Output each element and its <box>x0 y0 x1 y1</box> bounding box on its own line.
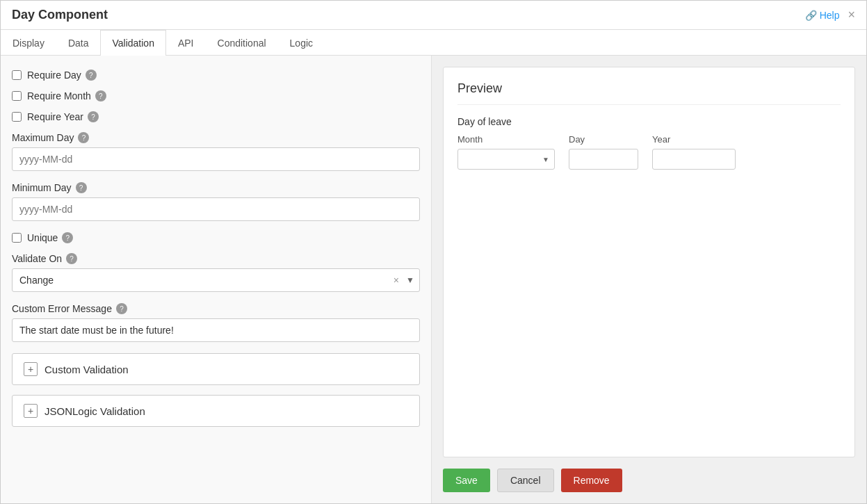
custom-validation-section: + Custom Validation <box>12 353 420 385</box>
modal-close-button[interactable]: × <box>848 8 855 29</box>
validate-on-help-icon[interactable]: ? <box>66 253 77 264</box>
validate-on-clear-icon[interactable]: × <box>394 275 399 286</box>
custom-error-label-row: Custom Error Message ? <box>12 303 420 314</box>
require-month-checkbox[interactable] <box>12 91 22 101</box>
maximum-day-label-row: Maximum Day ? <box>12 132 420 143</box>
tab-logic[interactable]: Logic <box>278 30 325 56</box>
maximum-day-help-icon[interactable]: ? <box>78 132 89 143</box>
tabs-bar: Display Data Validation API Conditional … <box>1 30 866 56</box>
custom-validation-label: Custom Validation <box>44 364 129 375</box>
unique-group: Unique ? <box>12 232 420 243</box>
preview-day-input[interactable] <box>569 149 638 170</box>
help-link-icon: 🔗 <box>805 10 817 21</box>
modal-container: Day Component 🔗 Help × Display Data Vali… <box>0 0 867 504</box>
preview-month-select-wrapper <box>457 149 555 170</box>
preview-year-col: Year <box>652 134 736 170</box>
require-year-label: Require Year ? <box>27 111 99 122</box>
validate-on-group: Validate On ? Change Blur × ▼ <box>12 253 420 292</box>
tab-display[interactable]: Display <box>1 30 56 56</box>
custom-validation-expand-icon: + <box>24 362 38 376</box>
minimum-day-input[interactable] <box>12 197 420 221</box>
preview-month-select[interactable] <box>457 149 555 170</box>
preview-title: Preview <box>457 81 841 105</box>
jsonlogic-section: + JSONLogic Validation <box>12 395 420 427</box>
preview-field-label: Day of leave <box>457 116 841 127</box>
modal-header: Day Component 🔗 Help × <box>1 1 866 30</box>
require-month-help-icon[interactable]: ? <box>95 90 106 101</box>
preview-day-col: Day <box>569 134 638 170</box>
custom-error-input[interactable] <box>12 318 420 342</box>
modal-title: Day Component <box>12 8 108 29</box>
jsonlogic-label: JSONLogic Validation <box>44 405 145 417</box>
save-button[interactable]: Save <box>443 469 490 492</box>
preview-year-input[interactable] <box>652 149 736 170</box>
modal-body: Require Day ? Require Month ? Require Ye… <box>1 56 866 503</box>
minimum-day-group: Minimum Day ? <box>12 182 420 221</box>
custom-validation-header[interactable]: + Custom Validation <box>13 354 419 384</box>
validate-on-select-wrapper: Change Blur × ▼ <box>12 268 420 292</box>
help-link[interactable]: 🔗 Help <box>805 10 840 28</box>
jsonlogic-header[interactable]: + JSONLogic Validation <box>13 396 419 426</box>
footer-buttons: Save Cancel Remove <box>443 469 855 492</box>
tab-api[interactable]: API <box>166 30 206 56</box>
preview-year-label: Year <box>652 134 736 145</box>
right-panel: Preview Day of leave Month Day <box>432 56 866 503</box>
require-day-help-icon[interactable]: ? <box>86 70 97 81</box>
require-month-label: Require Month ? <box>27 90 106 101</box>
require-year-group: Require Year ? <box>12 111 420 122</box>
unique-label: Unique ? <box>27 232 73 243</box>
require-month-group: Require Month ? <box>12 90 420 101</box>
preview-area: Preview Day of leave Month Day <box>443 67 855 457</box>
preview-date-row: Month Day Year <box>457 134 841 170</box>
left-panel: Require Day ? Require Month ? Require Ye… <box>1 56 432 503</box>
require-day-checkbox[interactable] <box>12 70 22 80</box>
maximum-day-input[interactable] <box>12 147 420 171</box>
help-link-label: Help <box>820 10 840 21</box>
tab-conditional[interactable]: Conditional <box>206 30 278 56</box>
preview-month-label: Month <box>457 134 555 145</box>
validate-on-label-row: Validate On ? <box>12 253 420 264</box>
jsonlogic-expand-icon: + <box>24 404 38 418</box>
require-year-checkbox[interactable] <box>12 112 22 122</box>
minimum-day-label-row: Minimum Day ? <box>12 182 420 193</box>
preview-month-col: Month <box>457 134 555 170</box>
remove-button[interactable]: Remove <box>561 469 622 492</box>
require-year-help-icon[interactable]: ? <box>88 111 99 122</box>
tab-data[interactable]: Data <box>56 30 101 56</box>
require-day-group: Require Day ? <box>12 70 420 81</box>
maximum-day-group: Maximum Day ? <box>12 132 420 171</box>
unique-help-icon[interactable]: ? <box>62 232 73 243</box>
tab-validation[interactable]: Validation <box>100 30 165 56</box>
custom-error-group: Custom Error Message ? <box>12 303 420 342</box>
minimum-day-help-icon[interactable]: ? <box>76 182 87 193</box>
preview-day-label: Day <box>569 134 638 145</box>
validate-on-select[interactable]: Change Blur <box>12 268 420 292</box>
custom-error-help-icon[interactable]: ? <box>116 303 127 314</box>
require-day-label: Require Day ? <box>27 70 97 81</box>
unique-checkbox[interactable] <box>12 233 22 243</box>
cancel-button[interactable]: Cancel <box>497 469 554 492</box>
